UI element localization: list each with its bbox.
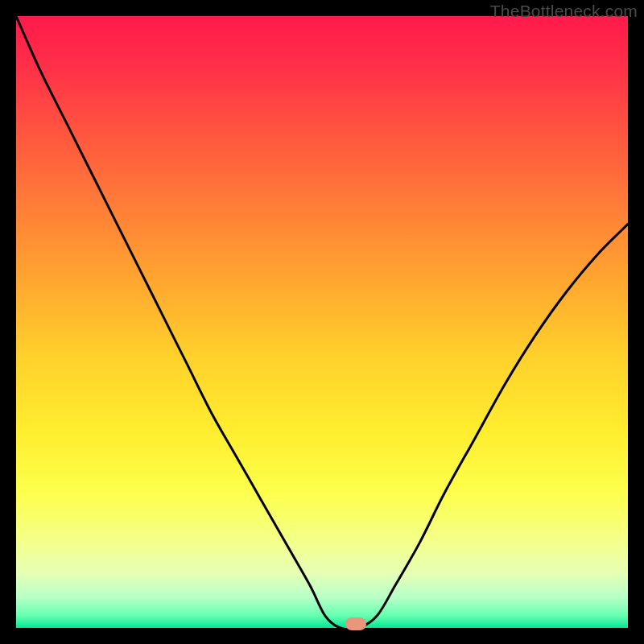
chart-frame: TheBottleneck.com [0, 0, 644, 644]
watermark-text: TheBottleneck.com [490, 2, 638, 21]
gradient-background [16, 16, 628, 628]
optimal-marker [345, 617, 366, 630]
plot-svg [16, 16, 628, 628]
plot-area [16, 16, 628, 628]
